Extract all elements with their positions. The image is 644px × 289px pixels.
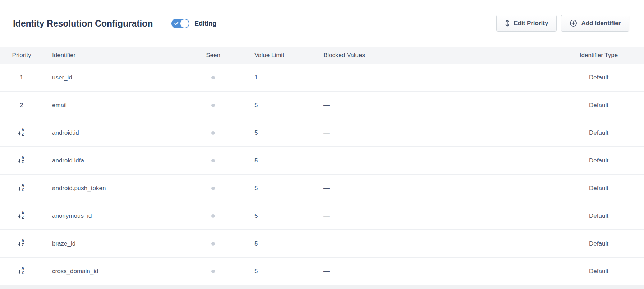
table-body: 1 user_id 1 — Default 2 email 5 — Defaul…: [0, 64, 644, 285]
sort-alpha-descending-icon: A Z: [18, 128, 26, 136]
blocked-values-cell: —: [295, 268, 553, 275]
seen-cell: [211, 76, 215, 79]
priority-cell: A Z: [18, 211, 26, 221]
column-header-blocked-values: Blocked Values: [295, 52, 553, 59]
priority-cell: A Z: [18, 155, 26, 166]
svg-text:A: A: [22, 238, 24, 243]
svg-text:A: A: [22, 155, 24, 160]
priority-number: 2: [20, 102, 23, 109]
priority-cell: 1: [20, 74, 23, 81]
identifier-type-cell: Default: [589, 212, 608, 220]
blocked-values-cell: —: [295, 185, 553, 192]
blocked-values-cell: —: [295, 74, 553, 81]
identifier-cell: user_id: [43, 74, 196, 81]
identifier-cell: android.id: [43, 129, 196, 137]
page-title: Identity Resolution Configuration: [13, 18, 153, 29]
priority-cell: A Z: [18, 266, 26, 276]
svg-text:A: A: [22, 183, 24, 187]
svg-text:Z: Z: [22, 215, 24, 219]
svg-text:Z: Z: [22, 243, 24, 247]
editing-toggle[interactable]: [171, 19, 189, 28]
priority-cell: A Z: [18, 128, 26, 138]
sort-alpha-descending-icon: A Z: [18, 211, 26, 219]
seen-dot-icon: [211, 187, 215, 190]
table-row[interactable]: 2 email 5 — Default: [0, 92, 644, 119]
column-header-seen: Seen: [206, 52, 220, 59]
value-limit-cell: 1: [230, 74, 295, 81]
identifier-cell: android.idfa: [43, 157, 196, 164]
table-footer-strip: [0, 285, 644, 289]
priority-cell: A Z: [18, 238, 26, 249]
table-row[interactable]: A Z android.idfa 5 — Default: [0, 147, 644, 175]
table-header: Priority Identifier Seen Value Limit Blo…: [0, 47, 644, 64]
blocked-values-cell: —: [295, 129, 553, 137]
table-row[interactable]: A Z android.push_token 5 — Default: [0, 175, 644, 202]
table-row[interactable]: 1 user_id 1 — Default: [0, 64, 644, 92]
table-row[interactable]: A Z braze_id 5 — Default: [0, 230, 644, 258]
edit-priority-button[interactable]: Edit Priority: [496, 15, 557, 32]
column-header-identifier: Identifier: [43, 52, 196, 59]
toggle-knob[interactable]: [180, 19, 189, 28]
seen-dot-icon: [211, 104, 215, 107]
identifier-type-cell: Default: [589, 129, 608, 137]
sort-alpha-descending-icon: A Z: [18, 155, 26, 164]
editing-toggle-label: Editing: [194, 20, 216, 27]
table-row[interactable]: A Z android.id 5 — Default: [0, 119, 644, 147]
add-identifier-button[interactable]: Add Identifier: [561, 15, 629, 32]
table-row[interactable]: A Z anonymous_id 5 — Default: [0, 202, 644, 230]
identifier-cell: cross_domain_id: [43, 268, 196, 275]
identifier-cell: email: [43, 102, 196, 109]
identifier-type-cell: Default: [589, 268, 608, 275]
value-limit-cell: 5: [230, 129, 295, 137]
value-limit-cell: 5: [230, 212, 295, 220]
svg-text:Z: Z: [22, 160, 24, 164]
value-limit-cell: 5: [230, 157, 295, 164]
priority-cell: A Z: [18, 183, 26, 193]
column-header-identifier-type: Identifier Type: [580, 52, 618, 59]
seen-cell: [211, 242, 215, 246]
blocked-values-cell: —: [295, 212, 553, 220]
sort-alpha-descending-icon: A Z: [18, 238, 26, 247]
sort-alpha-descending-icon: A Z: [18, 266, 26, 275]
seen-dot-icon: [211, 131, 215, 135]
svg-text:Z: Z: [22, 187, 24, 192]
circle-plus-icon: [570, 19, 577, 27]
seen-dot-icon: [211, 214, 215, 218]
svg-text:Z: Z: [22, 270, 24, 275]
up-down-arrow-icon: [505, 19, 510, 27]
value-limit-cell: 5: [230, 102, 295, 109]
svg-text:A: A: [22, 211, 24, 215]
edit-priority-label: Edit Priority: [514, 20, 548, 27]
identifier-type-cell: Default: [589, 102, 608, 109]
value-limit-cell: 5: [230, 268, 295, 275]
add-identifier-label: Add Identifier: [581, 20, 621, 27]
identifier-type-cell: Default: [589, 240, 608, 247]
seen-cell: [211, 270, 215, 273]
seen-dot-icon: [211, 242, 215, 246]
seen-cell: [211, 131, 215, 135]
column-header-priority: Priority: [12, 52, 31, 59]
identifier-type-cell: Default: [589, 185, 608, 192]
seen-dot-icon: [211, 159, 215, 162]
priority-cell: 2: [20, 102, 23, 109]
identifier-cell: android.push_token: [43, 185, 196, 192]
sort-alpha-descending-icon: A Z: [18, 183, 26, 192]
identifier-cell: braze_id: [43, 240, 196, 247]
table-row[interactable]: A Z cross_domain_id 5 — Default: [0, 258, 644, 285]
value-limit-cell: 5: [230, 240, 295, 247]
blocked-values-cell: —: [295, 240, 553, 247]
identifiers-table: Priority Identifier Seen Value Limit Blo…: [0, 47, 644, 289]
seen-cell: [211, 214, 215, 218]
identifier-type-cell: Default: [589, 157, 608, 164]
page-header: Identity Resolution Configuration Editin…: [0, 0, 644, 47]
column-header-value-limit: Value Limit: [230, 52, 295, 59]
svg-text:A: A: [22, 128, 24, 132]
value-limit-cell: 5: [230, 185, 295, 192]
seen-dot-icon: [211, 270, 215, 273]
identifier-cell: anonymous_id: [43, 212, 196, 220]
blocked-values-cell: —: [295, 102, 553, 109]
identifier-type-cell: Default: [589, 74, 608, 81]
seen-cell: [211, 159, 215, 162]
check-icon: [174, 21, 179, 26]
seen-cell: [211, 104, 215, 107]
